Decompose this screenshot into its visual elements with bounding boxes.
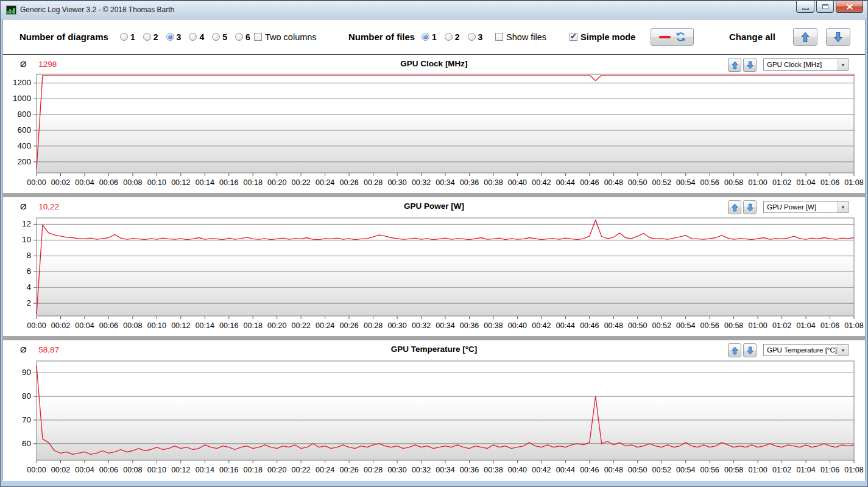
x-axis-label: 00:02 <box>51 178 70 187</box>
x-axis-label: 00:56 <box>700 466 719 474</box>
titlebar[interactable]: Generic Log Viewer 3.2 - © 2018 Thomas B… <box>1 1 867 19</box>
diagram-count-radio-5[interactable]: 5 <box>212 32 227 42</box>
x-axis-label: 00:12 <box>171 466 190 474</box>
x-axis-label: 00:50 <box>628 466 647 474</box>
x-axis-label: 00:34 <box>436 178 454 187</box>
move-signal-up-button[interactable] <box>728 200 741 214</box>
move-signal-up-button[interactable] <box>728 58 741 72</box>
signal-select-value: GPU Clock [MHz] <box>764 61 838 68</box>
two-columns-checkbox[interactable]: Two columns <box>254 19 317 54</box>
x-axis-label: 00:24 <box>316 178 334 187</box>
x-axis-label: 00:16 <box>219 466 238 474</box>
minimize-button[interactable] <box>796 1 814 13</box>
close-icon <box>846 4 853 10</box>
x-axis-label: 01:02 <box>772 178 791 187</box>
x-axis-label: 00:08 <box>123 466 142 474</box>
two-columns-label: Two columns <box>265 32 317 42</box>
radio-label: 3 <box>478 32 483 42</box>
signal-select[interactable]: GPU Temperature [°C] ▼ <box>763 344 849 356</box>
x-axis-label: 00:44 <box>556 321 575 330</box>
panel-splitter[interactable] <box>3 336 865 340</box>
simple-mode-checkbox[interactable]: Simple mode <box>570 19 635 54</box>
move-signal-down-button[interactable] <box>743 343 757 357</box>
y-axis-label: 6 <box>3 267 31 276</box>
x-axis-label: 00:28 <box>364 466 383 474</box>
y-axis-label: 800 <box>3 110 31 119</box>
x-axis-label: 00:10 <box>147 178 166 187</box>
panel-splitter[interactable] <box>3 193 865 197</box>
chart-plot <box>33 74 858 180</box>
x-axis-label: 00:38 <box>484 466 503 474</box>
chart-canvas <box>33 361 858 464</box>
radio-label: 1 <box>130 32 135 42</box>
move-signal-down-button[interactable] <box>743 200 757 214</box>
x-axis-label: 00:34 <box>436 321 454 330</box>
x-axis-label: 00:48 <box>604 321 623 330</box>
x-axis-label: 00:46 <box>580 466 599 474</box>
y-axis-label: 600 <box>3 125 31 135</box>
x-axis-label: 00:16 <box>219 178 238 187</box>
x-axis-label: 00:48 <box>604 178 623 187</box>
x-axis-label: 00:42 <box>532 321 551 330</box>
x-axis-label: 00:40 <box>508 178 527 187</box>
chevron-down-icon: ▼ <box>838 59 848 70</box>
change-all-label: Change all <box>729 19 775 54</box>
x-axis-label: 01:04 <box>796 178 815 187</box>
x-axis-label: 01:04 <box>796 466 815 474</box>
x-axis-label: 01:06 <box>820 321 839 330</box>
x-axis-label: 00:38 <box>484 321 503 330</box>
arrow-up-icon <box>732 346 738 355</box>
arrow-down-icon <box>747 346 753 355</box>
radio-icon <box>166 33 174 41</box>
diagram-count-radio-6[interactable]: 6 <box>235 32 250 42</box>
change-all-up-button[interactable] <box>793 28 817 46</box>
x-axis-label: 00:48 <box>604 466 623 474</box>
x-axis-label: 00:50 <box>628 321 647 330</box>
chevron-down-icon: ▼ <box>838 201 848 212</box>
x-axis-label: 00:14 <box>196 466 214 474</box>
diagram-count-radio-group: 123456 <box>120 19 258 54</box>
show-files-checkbox[interactable]: Show files <box>495 19 546 54</box>
x-axis-label: 00:26 <box>339 466 358 474</box>
file-count-radio-3[interactable]: 3 <box>468 32 483 42</box>
radio-label: 3 <box>177 32 182 42</box>
file-count-radio-2[interactable]: 2 <box>445 32 460 42</box>
x-axis-label: 00:10 <box>147 321 166 330</box>
x-axis-label: 00:00 <box>27 321 46 330</box>
signal-select[interactable]: GPU Clock [MHz] ▼ <box>763 58 849 71</box>
maximize-button[interactable] <box>816 1 834 13</box>
y-axis-label: 200 <box>3 157 31 166</box>
x-axis-label: 00:12 <box>171 321 190 330</box>
x-axis-label: 00:26 <box>339 321 358 330</box>
diagram-count-radio-1[interactable]: 1 <box>120 32 135 42</box>
radio-icon <box>422 33 429 41</box>
x-axis-label: 00:52 <box>652 466 671 474</box>
x-axis-label: 00:20 <box>267 466 286 474</box>
radio-label: 2 <box>455 32 460 42</box>
diagram-count-radio-4[interactable]: 4 <box>189 32 204 42</box>
x-axis-label: 00:30 <box>387 466 406 474</box>
x-axis-label: 00:46 <box>580 178 599 187</box>
file-count-radio-1[interactable]: 1 <box>422 32 437 42</box>
move-signal-up-button[interactable] <box>728 343 741 357</box>
chart-canvas <box>33 74 858 177</box>
x-axis-label: 00:36 <box>460 321 479 330</box>
x-axis-label: 00:24 <box>316 321 334 330</box>
checkbox-icon <box>495 33 503 41</box>
change-all-down-button[interactable] <box>826 28 850 46</box>
diagram-count-radio-2[interactable]: 2 <box>143 32 158 42</box>
app-icon <box>6 5 16 15</box>
x-axis-label: 00:00 <box>27 466 46 474</box>
radio-label: 1 <box>432 32 437 42</box>
y-axis-label: 10 <box>3 235 31 244</box>
y-axis-label: 2 <box>3 298 31 307</box>
signal-select[interactable]: GPU Power [W] ▼ <box>763 201 849 213</box>
x-axis-label: 00:02 <box>51 466 70 474</box>
diagram-count-radio-3[interactable]: 3 <box>166 32 182 42</box>
close-button[interactable] <box>836 1 863 13</box>
x-axis-label: 01:06 <box>820 466 839 474</box>
x-axis-label: 00:56 <box>700 321 719 330</box>
move-signal-down-button[interactable] <box>743 58 757 72</box>
line-style-refresh-button[interactable] <box>651 28 694 46</box>
x-axis-label: 00:34 <box>436 466 454 474</box>
